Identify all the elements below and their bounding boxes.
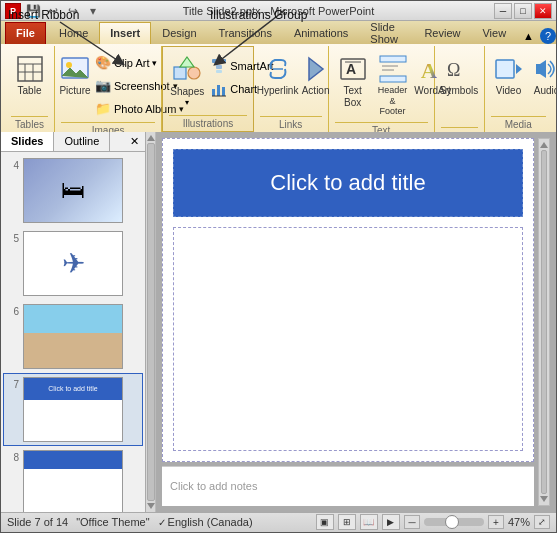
slideshow-btn[interactable]: ▶ bbox=[382, 514, 400, 530]
slide-panel: Slides Outline ✕ 4 🛏 5 bbox=[1, 132, 146, 512]
slides-list: 4 🛏 5 ✈ bbox=[1, 152, 145, 512]
zoom-level: 47% bbox=[508, 516, 530, 528]
panel-scrollbar[interactable] bbox=[146, 132, 156, 512]
picture-button[interactable]: Picture bbox=[61, 50, 89, 100]
tab-home[interactable]: Home bbox=[48, 22, 99, 44]
scroll-up-arrow[interactable] bbox=[147, 135, 155, 141]
slide-sorter-btn[interactable]: ⊞ bbox=[338, 514, 356, 530]
slide-title-placeholder[interactable]: Click to add title bbox=[270, 170, 425, 196]
minimize-button[interactable]: ─ bbox=[494, 3, 512, 19]
close-button[interactable]: ✕ bbox=[534, 3, 552, 19]
svg-rect-25 bbox=[380, 56, 406, 62]
ribbon-collapse[interactable]: ▲ bbox=[517, 28, 540, 44]
shapes-dropdown[interactable]: ▾ bbox=[185, 98, 189, 107]
panel-close[interactable]: ✕ bbox=[124, 132, 145, 151]
header-footer-icon bbox=[377, 53, 409, 85]
undo-quick-btn[interactable]: ↩ bbox=[45, 3, 61, 19]
header-footer-button[interactable]: Header& Footer bbox=[373, 50, 413, 120]
slide-num-5: 5 bbox=[7, 231, 19, 244]
normal-view-btn[interactable]: ▣ bbox=[316, 514, 334, 530]
main-area: Slides Outline ✕ 4 🛏 5 bbox=[1, 132, 556, 512]
slide-canvas: Click to add title bbox=[162, 138, 534, 462]
tab-file[interactable]: File bbox=[5, 22, 46, 44]
video-button[interactable]: Video bbox=[491, 50, 527, 100]
slide-preview-6 bbox=[23, 304, 123, 369]
table-button[interactable]: Table bbox=[11, 50, 48, 100]
tab-transitions[interactable]: Transitions bbox=[208, 22, 283, 44]
textbox-button[interactable]: A Text Box bbox=[335, 50, 371, 112]
tab-design[interactable]: Design bbox=[151, 22, 207, 44]
tab-animations[interactable]: Animations bbox=[283, 22, 359, 44]
table-icon bbox=[14, 53, 46, 85]
text-group-items: A Text Box Head bbox=[335, 48, 428, 120]
tab-slideshow[interactable]: Slide Show bbox=[359, 22, 413, 44]
hyperlink-button[interactable]: Hyperlink bbox=[260, 50, 296, 100]
tab-review[interactable]: Review bbox=[413, 22, 471, 44]
slide-num-8: 8 bbox=[7, 450, 19, 463]
language-indicator: ✓ English (Canada) bbox=[158, 516, 253, 528]
svg-rect-26 bbox=[380, 76, 406, 82]
photo-album-icon: 📁 bbox=[95, 101, 111, 117]
zoom-in-btn[interactable]: + bbox=[488, 515, 504, 529]
symbols-button[interactable]: Ω Symbols bbox=[441, 50, 478, 100]
svg-rect-2 bbox=[18, 57, 42, 81]
slide-thumb-6[interactable]: 6 bbox=[3, 300, 143, 373]
shapes-button[interactable]: Shapes ▾ bbox=[169, 51, 205, 110]
shapes-icon bbox=[171, 54, 203, 86]
notes-area[interactable]: Click to add notes bbox=[162, 466, 534, 506]
svg-rect-18 bbox=[222, 87, 225, 96]
help-button[interactable]: ? bbox=[540, 28, 556, 44]
slide-thumb-8[interactable]: 8 bbox=[3, 446, 143, 512]
media-group-label: Media bbox=[491, 116, 546, 132]
restore-button[interactable]: □ bbox=[514, 3, 532, 19]
ribbon-tab-bar: File Home Insert Design Transitions Anim… bbox=[1, 21, 556, 43]
zoom-slider[interactable] bbox=[424, 518, 484, 526]
audio-button[interactable]: Audio bbox=[529, 50, 557, 100]
tables-group-items: Table bbox=[11, 48, 48, 114]
canvas-scroll-down[interactable] bbox=[540, 496, 548, 502]
window-title: Title Slide2.pptx - Microsoft PowerPoint bbox=[183, 5, 375, 17]
canvas-scroll-up[interactable] bbox=[540, 142, 548, 148]
zoom-out-btn[interactable]: ─ bbox=[404, 515, 420, 529]
chart-icon bbox=[211, 81, 227, 97]
reading-view-btn[interactable]: 📖 bbox=[360, 514, 378, 530]
shapes-label: Shapes bbox=[170, 86, 204, 98]
scroll-down-arrow[interactable] bbox=[147, 503, 155, 509]
svg-marker-21 bbox=[309, 58, 323, 80]
redo-quick-btn[interactable]: ↪ bbox=[65, 3, 81, 19]
fit-window-btn[interactable]: ⤢ bbox=[534, 515, 550, 529]
slide-num-7: 7 bbox=[7, 377, 19, 390]
ribbon-group-text: A Text Box Head bbox=[329, 46, 435, 132]
screenshot-icon: 📷 bbox=[95, 78, 111, 94]
ribbon-content: Table Tables Picture bbox=[1, 44, 556, 132]
smartart-icon bbox=[211, 58, 227, 74]
clip-art-dropdown[interactable]: ▾ bbox=[152, 58, 157, 68]
ribbon-group-links: Hyperlink Action Links bbox=[254, 46, 329, 132]
slide-preview-8 bbox=[23, 450, 123, 512]
slide-thumb-4[interactable]: 4 🛏 bbox=[3, 154, 143, 227]
tab-view[interactable]: View bbox=[471, 22, 517, 44]
svg-rect-16 bbox=[212, 89, 215, 96]
svg-rect-31 bbox=[496, 60, 514, 78]
picture-icon bbox=[59, 53, 91, 85]
slide-preview-7: Click to add title bbox=[23, 377, 123, 442]
main-window: P 💾 ↩ ↪ ▾ Title Slide2.pptx - Microsoft … bbox=[0, 0, 557, 533]
canvas-vscrollbar[interactable] bbox=[538, 138, 550, 506]
slide-title-area[interactable]: Click to add title bbox=[173, 149, 523, 217]
tab-slides[interactable]: Slides bbox=[1, 132, 54, 151]
slide-count: Slide 7 of 14 bbox=[7, 516, 68, 528]
svg-rect-33 bbox=[536, 64, 540, 74]
status-right: ▣ ⊞ 📖 ▶ ─ + 47% ⤢ bbox=[316, 514, 550, 530]
slide-thumb-5[interactable]: 5 ✈ bbox=[3, 227, 143, 300]
slide-preview-4: 🛏 bbox=[23, 158, 123, 223]
save-quick-btn[interactable]: 💾 bbox=[25, 3, 41, 19]
slide-body-area[interactable] bbox=[173, 227, 523, 451]
qa-dropdown[interactable]: ▾ bbox=[85, 3, 101, 19]
links-group-items: Hyperlink Action bbox=[260, 48, 322, 114]
clip-art-icon: 🎨 bbox=[95, 55, 111, 71]
tab-insert[interactable]: Insert bbox=[99, 22, 151, 44]
slide-panel-tabs: Slides Outline ✕ bbox=[1, 132, 145, 152]
slide-thumb-7[interactable]: 7 Click to add title bbox=[3, 373, 143, 446]
tab-outline[interactable]: Outline bbox=[54, 132, 110, 151]
symbols-label: Symbols bbox=[440, 85, 478, 97]
